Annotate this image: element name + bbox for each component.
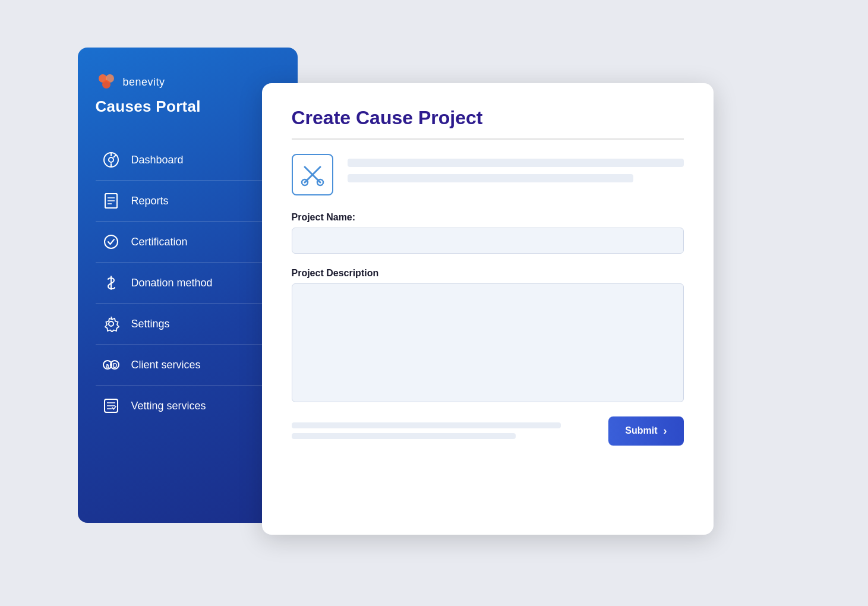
project-name-label: Project Name: [292,212,684,223]
sidebar-label-client-services: Client services [131,359,201,371]
project-name-input[interactable] [292,228,684,254]
sidebar-item-dashboard[interactable]: Dashboard [96,140,280,181]
submit-button[interactable]: Submit › [608,416,683,446]
benevity-logo-icon [96,71,117,93]
settings-icon [102,314,121,333]
submit-label: Submit [625,425,657,436]
form-divider [292,138,684,140]
sidebar-label-reports: Reports [131,195,169,207]
svg-text:a: a [106,362,109,369]
sidebar-label-certification: Certification [131,236,188,248]
app-title: Causes Portal [96,97,280,116]
client-services-icon: a D [102,355,121,374]
project-icon-area [292,154,333,195]
reports-icon [102,191,121,210]
svg-text:D: D [113,362,117,369]
svg-point-13 [105,235,118,248]
sidebar-item-vetting-services[interactable]: Vetting services [96,386,280,426]
sidebar-item-certification[interactable]: Certification [96,222,280,263]
footer-placeholder-lines [292,422,591,439]
footer-line-2 [292,433,516,439]
svg-point-2 [102,80,111,89]
logo-area: benevity [96,71,280,93]
sidebar-label-dashboard: Dashboard [131,154,184,166]
footer-line-1 [292,422,561,428]
svg-point-4 [109,157,113,162]
form-header-area [292,154,684,195]
sidebar-item-client-services[interactable]: a D Client services [96,345,280,386]
form-title: Create Cause Project [292,107,684,129]
header-line-1 [348,159,684,167]
sidebar-item-donation-method[interactable]: Donation method [96,263,280,304]
project-description-textarea[interactable] [292,283,684,402]
sidebar-label-settings: Settings [131,318,170,330]
sidebar-label-vetting-services: Vetting services [131,400,206,412]
header-placeholder-lines [348,154,684,182]
sidebar-item-reports[interactable]: Reports [96,181,280,222]
chevron-right-icon: › [664,425,667,437]
certification-icon [102,232,121,251]
dashboard-icon [102,150,121,169]
logo-text: benevity [123,76,165,89]
donation-icon [102,273,121,292]
svg-point-15 [109,321,113,326]
sidebar-item-settings[interactable]: Settings [96,304,280,345]
header-line-2 [348,174,633,182]
form-footer: Submit › [292,416,684,446]
project-icon-placeholder [292,154,333,195]
form-panel: Create Cause Project Project [262,83,714,535]
svg-line-6 [113,155,116,157]
project-description-label: Project Description [292,268,684,279]
vetting-icon [102,396,121,415]
sidebar-label-donation: Donation method [131,277,213,289]
